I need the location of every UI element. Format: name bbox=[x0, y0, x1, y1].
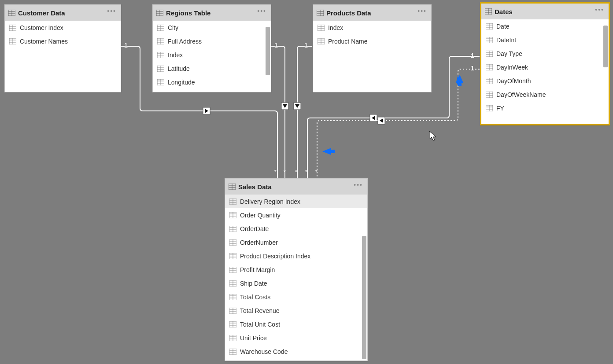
field-row[interactable]: DayInWeek bbox=[481, 60, 609, 74]
field-label: City bbox=[168, 24, 178, 31]
field-row[interactable]: Longitude bbox=[153, 75, 271, 89]
scrollbar-thumb[interactable] bbox=[266, 27, 270, 75]
table-header[interactable]: Products Data ••• bbox=[313, 5, 431, 21]
column-icon bbox=[318, 38, 325, 44]
field-label: Total Revenue bbox=[240, 307, 280, 314]
field-row[interactable]: Index bbox=[153, 48, 271, 62]
field-row[interactable]: DateInt bbox=[481, 33, 609, 47]
field-label: Delivery Region Index bbox=[240, 198, 300, 205]
field-label: DayOfWeekName bbox=[496, 91, 546, 98]
field-row[interactable]: FY bbox=[481, 101, 609, 115]
more-options-icon[interactable]: ••• bbox=[417, 7, 427, 15]
more-options-icon[interactable]: ••• bbox=[354, 181, 363, 188]
field-row[interactable]: Customer Names bbox=[5, 34, 121, 48]
field-row[interactable]: Warehouse Code bbox=[225, 345, 367, 358]
field-row[interactable]: Full Address bbox=[153, 34, 271, 48]
field-label: Index bbox=[168, 51, 183, 59]
field-label: Day Type bbox=[496, 50, 522, 57]
cardinality-many: * bbox=[284, 169, 286, 175]
scrollbar-thumb[interactable] bbox=[603, 26, 608, 67]
more-options-icon[interactable]: ••• bbox=[595, 6, 604, 13]
field-row[interactable]: City bbox=[153, 21, 271, 34]
table-icon bbox=[8, 10, 15, 16]
field-label: Unit Price bbox=[240, 335, 267, 342]
field-row[interactable]: Order Quantity bbox=[225, 208, 367, 222]
svg-marker-14 bbox=[322, 148, 331, 155]
field-row[interactable]: Total Revenue bbox=[225, 304, 367, 317]
field-label: DayOfMonth bbox=[496, 77, 531, 85]
field-row[interactable]: DayOfWeekName bbox=[481, 88, 609, 101]
column-icon bbox=[157, 52, 164, 58]
field-row[interactable]: DayOfMonth bbox=[481, 74, 609, 88]
field-label: Date bbox=[496, 23, 510, 30]
scrollbar-thumb[interactable] bbox=[362, 236, 366, 359]
field-label: Total Costs bbox=[240, 294, 270, 301]
svg-marker-5 bbox=[295, 104, 299, 108]
column-icon bbox=[9, 25, 16, 31]
field-row[interactable]: Ship Date bbox=[225, 276, 367, 290]
field-row[interactable]: Latitude bbox=[153, 62, 271, 75]
svg-rect-8 bbox=[378, 117, 385, 124]
column-icon bbox=[157, 66, 164, 72]
table-header[interactable]: Sales Data ••• bbox=[225, 179, 367, 195]
column-icon bbox=[229, 199, 236, 205]
table-customer-data[interactable]: Customer Data ••• Customer Index Custome… bbox=[4, 4, 121, 92]
field-row[interactable]: OrderNumber bbox=[225, 235, 367, 249]
field-label: Product Description Index bbox=[240, 253, 310, 260]
field-row[interactable]: Unit Price bbox=[225, 331, 367, 345]
field-row[interactable]: Index bbox=[313, 21, 431, 34]
field-row[interactable]: Total Costs bbox=[225, 290, 367, 304]
column-icon bbox=[229, 267, 236, 273]
field-row[interactable]: Delivery Region Index bbox=[225, 195, 367, 208]
table-icon bbox=[485, 8, 492, 15]
table-dates[interactable]: Dates ••• Date DateInt Day Type DayInWee… bbox=[480, 2, 610, 125]
svg-rect-0 bbox=[203, 107, 210, 114]
column-icon bbox=[229, 226, 236, 232]
column-icon bbox=[229, 239, 236, 246]
field-label: Warehouse Code bbox=[240, 348, 288, 355]
field-label: Product Name bbox=[328, 38, 367, 45]
field-label: Index bbox=[328, 24, 343, 31]
svg-rect-13 bbox=[458, 82, 462, 86]
field-row[interactable]: Product Name bbox=[313, 34, 431, 48]
cardinality-many: * bbox=[274, 169, 277, 175]
field-label: DayInWeek bbox=[496, 64, 528, 71]
field-row[interactable]: OrderDate bbox=[225, 222, 367, 235]
svg-marker-9 bbox=[380, 118, 383, 123]
field-row[interactable]: Profit Margin bbox=[225, 263, 367, 276]
field-label: Full Address bbox=[168, 38, 202, 45]
svg-rect-11 bbox=[457, 79, 460, 85]
table-title: Regions Table bbox=[166, 9, 210, 17]
field-list: Index Product Name bbox=[313, 21, 431, 48]
table-title: Dates bbox=[495, 8, 513, 15]
svg-marker-1 bbox=[205, 109, 208, 113]
column-icon bbox=[9, 38, 16, 44]
table-products[interactable]: Products Data ••• Index Product Name bbox=[313, 4, 432, 92]
field-label: Longitude bbox=[168, 79, 195, 86]
field-row[interactable]: Date bbox=[481, 19, 609, 33]
more-options-icon[interactable]: ••• bbox=[107, 7, 116, 15]
table-header[interactable]: Dates ••• bbox=[481, 4, 609, 19]
svg-rect-4 bbox=[294, 103, 301, 110]
column-icon bbox=[229, 308, 236, 314]
table-regions[interactable]: Regions Table ••• City Full Address Inde… bbox=[152, 4, 271, 92]
svg-rect-15 bbox=[330, 150, 335, 153]
svg-marker-148 bbox=[429, 131, 436, 141]
field-label: Latitude bbox=[168, 65, 190, 72]
column-icon bbox=[486, 37, 493, 43]
table-sales[interactable]: Sales Data ••• Delivery Region Index Ord… bbox=[225, 178, 368, 361]
svg-marker-12 bbox=[456, 75, 463, 83]
field-row[interactable]: Day Type bbox=[481, 47, 609, 60]
field-row[interactable]: Product Description Index bbox=[225, 249, 367, 263]
table-header[interactable]: Customer Data ••• bbox=[5, 5, 121, 21]
table-header[interactable]: Regions Table ••• bbox=[153, 5, 271, 21]
svg-marker-3 bbox=[283, 104, 287, 108]
table-title: Customer Data bbox=[18, 9, 65, 17]
field-list: Date DateInt Day Type DayInWeek DayOfMon… bbox=[481, 19, 609, 124]
field-row[interactable]: Total Unit Cost bbox=[225, 317, 367, 331]
table-icon bbox=[317, 10, 324, 16]
field-row[interactable]: Customer Index bbox=[5, 21, 121, 34]
more-options-icon[interactable]: ••• bbox=[257, 7, 266, 15]
cardinality-one: 1 bbox=[274, 42, 278, 49]
field-label: OrderDate bbox=[240, 225, 269, 232]
